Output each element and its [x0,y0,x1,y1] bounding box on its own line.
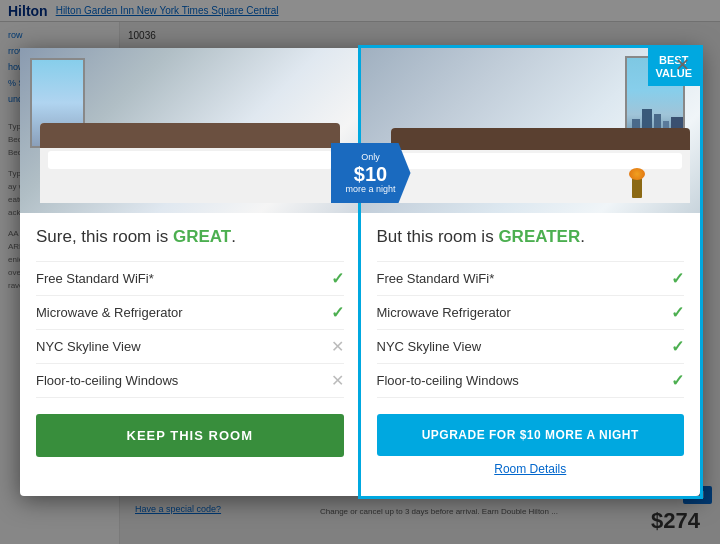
left-headboard [40,123,340,148]
check-icon: ✓ [331,269,344,288]
current-room-content: Sure, this room is GREAT. Free Standard … [20,213,360,398]
feature-label: Microwave Refrigerator [377,305,511,320]
left-bed [40,123,340,203]
feature-label: Floor-to-ceiling Windows [377,373,519,388]
flower-decoration [629,168,645,198]
price-badge-text: more a night [345,184,395,196]
feature-label: NYC Skyline View [377,339,482,354]
check-icon: ✓ [331,303,344,322]
close-button[interactable]: ✕ [675,56,690,74]
feature-wifi-left: Free Standard WiFi* ✓ [36,261,344,296]
feature-skyline-left: NYC Skyline View ✕ [36,330,344,364]
x-icon: ✕ [331,337,344,356]
modal-columns: Sure, this room is GREAT. Free Standard … [20,48,700,496]
feature-microwave-right: Microwave Refrigerator ✓ [377,296,685,330]
comparison-modal: ✕ Sure, this room is GREAT. [20,48,700,496]
feature-label: Microwave & Refrigerator [36,305,183,320]
feature-wifi-right: Free Standard WiFi* ✓ [377,261,685,296]
upgrade-button[interactable]: UPGRADE FOR $10 MORE A NIGHT [377,414,685,456]
feature-microwave-left: Microwave & Refrigerator ✓ [36,296,344,330]
feature-label: Free Standard WiFi* [377,271,495,286]
right-bed [391,128,691,203]
headline-suffix-right: . [580,227,585,246]
feature-windows-right: Floor-to-ceiling Windows ✓ [377,364,685,398]
price-arrow-badge: Only $10 more a night [331,143,421,213]
current-room-column: Sure, this room is GREAT. Free Standard … [20,48,361,496]
feature-label: Free Standard WiFi* [36,271,154,286]
headline-prefix-right: But this room is [377,227,499,246]
price-arrow-inner: Only $10 more a night [331,143,411,203]
headline-adjective-left: GREAT [173,227,231,246]
right-headboard [391,128,691,150]
current-room-headline: Sure, this room is GREAT. [36,227,344,247]
check-icon: ✓ [671,371,684,390]
headline-adjective-right: GREATER [498,227,580,246]
room-details-link[interactable]: Room Details [361,462,701,476]
check-icon: ✓ [671,269,684,288]
feature-label: Floor-to-ceiling Windows [36,373,178,388]
keep-room-button[interactable]: KEEP THIS ROOM [36,414,344,457]
current-room-features: Free Standard WiFi* ✓ Microwave & Refrig… [36,261,344,398]
right-pillows [399,153,683,169]
upgrade-room-column: BEST VALUE Only $10 more a night [358,45,704,499]
upgrade-room-headline: But this room is GREATER. [377,227,685,247]
x-icon: ✕ [331,371,344,390]
feature-windows-left: Floor-to-ceiling Windows ✕ [36,364,344,398]
best-value-badge: BEST VALUE [648,48,700,86]
current-room-image [20,48,360,213]
headline-suffix-left: . [231,227,236,246]
check-icon: ✓ [671,337,684,356]
left-pillows [48,151,332,169]
feature-skyline-right: NYC Skyline View ✓ [377,330,685,364]
upgrade-room-features: Free Standard WiFi* ✓ Microwave Refriger… [377,261,685,398]
headline-prefix-left: Sure, this room is [36,227,173,246]
price-badge-amount: $10 [354,164,387,184]
check-icon: ✓ [671,303,684,322]
feature-label: NYC Skyline View [36,339,141,354]
upgrade-room-content: But this room is GREATER. Free Standard … [361,213,701,398]
modal-overlay: ✕ Sure, this room is GREAT. [0,0,720,544]
